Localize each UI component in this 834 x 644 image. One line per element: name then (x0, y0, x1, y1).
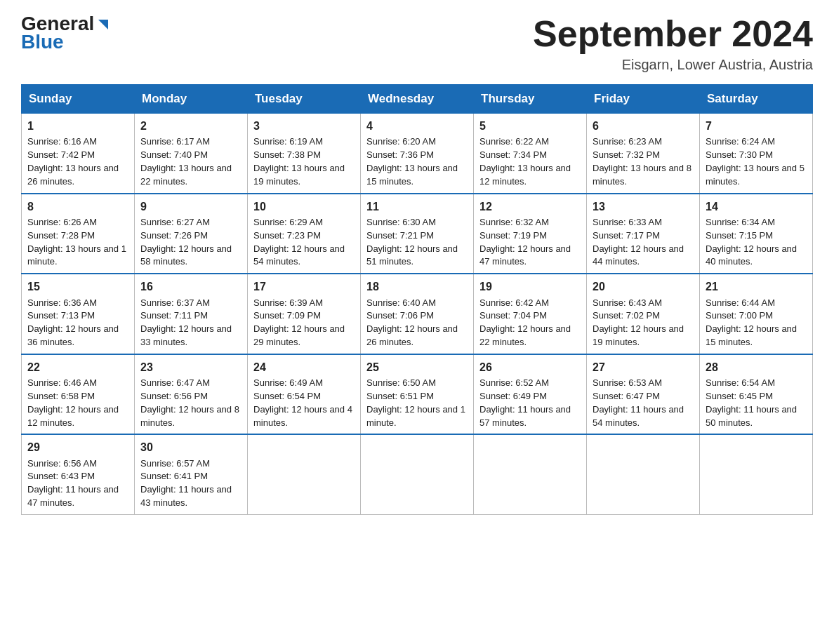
calendar-cell: 15Sunrise: 6:36 AMSunset: 7:13 PMDayligh… (22, 274, 135, 354)
daylight-text: Daylight: 12 hours and 12 minutes. (27, 404, 119, 428)
sunrise-text: Sunrise: 6:50 AM (366, 377, 436, 388)
calendar-body: 1Sunrise: 6:16 AMSunset: 7:42 PMDaylight… (22, 114, 813, 515)
day-number: 15 (27, 279, 128, 295)
calendar-cell: 9Sunrise: 6:27 AMSunset: 7:26 PMDaylight… (135, 194, 248, 274)
sunrise-text: Sunrise: 6:17 AM (140, 136, 210, 147)
sunset-text: Sunset: 7:11 PM (140, 310, 208, 321)
sunset-text: Sunset: 7:04 PM (479, 310, 547, 321)
day-number: 18 (366, 279, 468, 295)
day-number: 1 (27, 118, 128, 134)
calendar-cell: 11Sunrise: 6:30 AMSunset: 7:21 PMDayligh… (361, 194, 474, 274)
sunrise-text: Sunrise: 6:19 AM (253, 136, 323, 147)
calendar-cell: 8Sunrise: 6:26 AMSunset: 7:28 PMDaylight… (22, 194, 135, 274)
sunset-text: Sunset: 7:26 PM (140, 230, 208, 241)
daylight-text: Daylight: 13 hours and 26 minutes. (27, 163, 119, 187)
calendar-cell (474, 434, 587, 514)
sunrise-text: Sunrise: 6:57 AM (140, 458, 210, 469)
day-number: 4 (366, 118, 468, 134)
logo: General Blue (21, 14, 111, 53)
day-number: 23 (140, 359, 241, 375)
calendar-cell: 22Sunrise: 6:46 AMSunset: 6:58 PMDayligh… (22, 354, 135, 435)
daylight-text: Daylight: 12 hours and 29 minutes. (253, 323, 345, 347)
calendar-cell (248, 434, 361, 514)
sunrise-text: Sunrise: 6:44 AM (706, 297, 775, 308)
day-number: 26 (479, 359, 581, 375)
calendar-cell: 29Sunrise: 6:56 AMSunset: 6:43 PMDayligh… (22, 434, 135, 514)
day-number: 24 (253, 359, 355, 375)
weekday-header-monday: Monday (135, 85, 248, 114)
calendar-cell: 23Sunrise: 6:47 AMSunset: 6:56 PMDayligh… (135, 354, 248, 435)
sunset-text: Sunset: 7:42 PM (27, 149, 95, 160)
sunset-text: Sunset: 7:17 PM (593, 230, 660, 241)
daylight-text: Daylight: 12 hours and 19 minutes. (593, 323, 684, 347)
daylight-text: Daylight: 12 hours and 26 minutes. (366, 323, 458, 347)
weekday-header-wednesday: Wednesday (361, 85, 474, 114)
sunset-text: Sunset: 7:21 PM (366, 230, 434, 241)
sunrise-text: Sunrise: 6:23 AM (593, 136, 662, 147)
day-number: 11 (366, 199, 468, 215)
calendar-week-row: 8Sunrise: 6:26 AMSunset: 7:28 PMDaylight… (22, 194, 813, 274)
sunset-text: Sunset: 6:41 PM (140, 471, 208, 481)
sunrise-text: Sunrise: 6:49 AM (253, 377, 323, 388)
sunset-text: Sunset: 7:06 PM (366, 310, 434, 321)
sunset-text: Sunset: 7:02 PM (593, 310, 660, 321)
sunset-text: Sunset: 7:32 PM (593, 149, 660, 160)
calendar-cell: 16Sunrise: 6:37 AMSunset: 7:11 PMDayligh… (135, 274, 248, 354)
calendar-cell: 6Sunrise: 6:23 AMSunset: 7:32 PMDaylight… (587, 114, 700, 194)
calendar-cell (587, 434, 700, 514)
sunset-text: Sunset: 6:47 PM (593, 391, 660, 401)
calendar-cell: 14Sunrise: 6:34 AMSunset: 7:15 PMDayligh… (700, 194, 813, 274)
calendar-cell: 3Sunrise: 6:19 AMSunset: 7:38 PMDaylight… (248, 114, 361, 194)
sunset-text: Sunset: 6:56 PM (140, 391, 208, 401)
sunset-text: Sunset: 7:34 PM (479, 149, 547, 160)
calendar-cell: 13Sunrise: 6:33 AMSunset: 7:17 PMDayligh… (587, 194, 700, 274)
calendar-cell: 27Sunrise: 6:53 AMSunset: 6:47 PMDayligh… (587, 354, 700, 435)
sunrise-text: Sunrise: 6:52 AM (479, 377, 549, 388)
sunset-text: Sunset: 7:00 PM (706, 310, 773, 321)
daylight-text: Daylight: 12 hours and 4 minutes. (253, 404, 352, 428)
daylight-text: Daylight: 12 hours and 15 minutes. (706, 323, 797, 347)
calendar-cell: 30Sunrise: 6:57 AMSunset: 6:41 PMDayligh… (135, 434, 248, 514)
sunset-text: Sunset: 7:13 PM (27, 310, 95, 321)
sunset-text: Sunset: 6:54 PM (253, 391, 321, 401)
sunset-text: Sunset: 7:28 PM (27, 230, 95, 241)
daylight-text: Daylight: 13 hours and 1 minute. (27, 243, 126, 267)
sunrise-text: Sunrise: 6:37 AM (140, 297, 210, 308)
calendar-header: SundayMondayTuesdayWednesdayThursdayFrid… (22, 85, 813, 114)
day-number: 13 (593, 199, 694, 215)
weekday-header-sunday: Sunday (22, 85, 135, 114)
daylight-text: Daylight: 11 hours and 54 minutes. (593, 404, 684, 428)
daylight-text: Daylight: 12 hours and 58 minutes. (140, 243, 232, 267)
daylight-text: Daylight: 11 hours and 47 minutes. (27, 484, 119, 508)
sunrise-text: Sunrise: 6:42 AM (479, 297, 549, 308)
daylight-text: Daylight: 12 hours and 40 minutes. (706, 243, 797, 267)
sunset-text: Sunset: 6:51 PM (366, 391, 434, 401)
calendar-cell: 20Sunrise: 6:43 AMSunset: 7:02 PMDayligh… (587, 274, 700, 354)
logo-blue: Blue (21, 31, 64, 53)
daylight-text: Daylight: 12 hours and 8 minutes. (140, 404, 239, 428)
month-title: September 2024 (533, 14, 813, 54)
daylight-text: Daylight: 11 hours and 50 minutes. (706, 404, 797, 428)
calendar-table: SundayMondayTuesdayWednesdayThursdayFrid… (21, 84, 813, 515)
daylight-text: Daylight: 13 hours and 22 minutes. (140, 163, 232, 187)
calendar-cell (700, 434, 813, 514)
sunrise-text: Sunrise: 6:40 AM (366, 297, 436, 308)
svg-marker-0 (98, 20, 108, 29)
weekday-header-tuesday: Tuesday (248, 85, 361, 114)
day-number: 7 (706, 118, 807, 134)
sunrise-text: Sunrise: 6:47 AM (140, 377, 210, 388)
day-number: 3 (253, 118, 355, 134)
sunset-text: Sunset: 7:23 PM (253, 230, 321, 241)
daylight-text: Daylight: 12 hours and 33 minutes. (140, 323, 232, 347)
daylight-text: Daylight: 13 hours and 12 minutes. (479, 163, 571, 187)
calendar-week-row: 1Sunrise: 6:16 AMSunset: 7:42 PMDaylight… (22, 114, 813, 194)
daylight-text: Daylight: 12 hours and 51 minutes. (366, 243, 458, 267)
daylight-text: Daylight: 13 hours and 19 minutes. (253, 163, 345, 187)
sunrise-text: Sunrise: 6:27 AM (140, 217, 210, 227)
sunset-text: Sunset: 7:38 PM (253, 149, 321, 160)
sunset-text: Sunset: 7:09 PM (253, 310, 321, 321)
calendar-cell: 25Sunrise: 6:50 AMSunset: 6:51 PMDayligh… (361, 354, 474, 435)
calendar-cell: 21Sunrise: 6:44 AMSunset: 7:00 PMDayligh… (700, 274, 813, 354)
day-number: 30 (140, 439, 241, 455)
day-number: 6 (593, 118, 694, 134)
